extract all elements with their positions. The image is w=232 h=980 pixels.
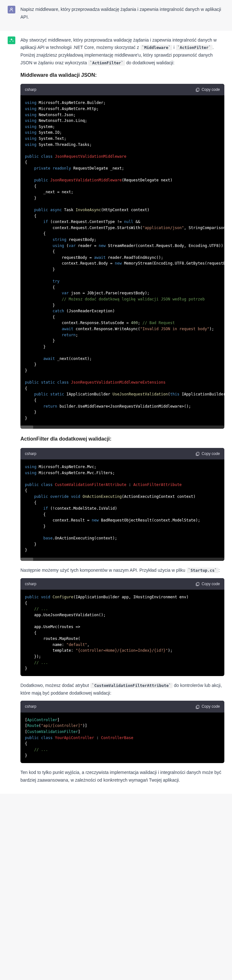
code-content[interactable]: using Microsoft.AspNetCore.Builder; usin… — [21, 95, 224, 426]
svg-rect-4 — [197, 705, 199, 708]
copy-code-button[interactable]: Copy code — [195, 86, 220, 93]
assistant-content: Aby stworzyć middleware, który przeprowa… — [21, 37, 224, 788]
heading-middleware: Middleware dla walidacji JSON: — [21, 71, 224, 80]
clipboard-icon — [195, 582, 200, 586]
assistant-avatar — [8, 37, 15, 44]
sparkle-icon — [9, 38, 14, 43]
user-message: Napisz middleware, który przeprowadza wa… — [0, 0, 232, 31]
svg-point-0 — [11, 8, 12, 10]
clipboard-icon — [195, 452, 200, 456]
inline-code: `Startup.cs` — [187, 568, 219, 573]
code-header: csharp Copy code — [21, 448, 224, 460]
code-block-startup: csharp Copy code public void Configure(I… — [21, 578, 224, 676]
outro-paragraph: Ten kod to tylko punkt wyjścia, a rzeczy… — [21, 769, 224, 784]
paragraph-controller: Dodatkowo, możesz dodać atrybut `CustomV… — [21, 682, 224, 697]
scrollbar-thumb[interactable] — [21, 426, 33, 429]
copy-code-button[interactable]: Copy code — [195, 450, 220, 457]
code-block-actionfilter: csharp Copy code using Microsoft.AspNetC… — [21, 448, 224, 561]
code-content[interactable]: public void Configure(IApplicationBuilde… — [21, 590, 224, 676]
code-block-middleware: csharp Copy code using Microsoft.AspNetC… — [21, 84, 224, 429]
code-lang-label: csharp — [25, 86, 36, 93]
svg-rect-2 — [197, 452, 199, 455]
paragraph-startup: Następnie możemy użyć tych komponentów w… — [21, 566, 224, 574]
code-header: csharp Copy code — [21, 84, 224, 95]
code-header: csharp Copy code — [21, 578, 224, 590]
inline-code: `CustomValidationFilterAttribute` — [90, 683, 173, 688]
code-header: csharp Copy code — [21, 701, 224, 712]
intro-paragraph: Aby stworzyć middleware, który przeprowa… — [21, 37, 224, 67]
horizontal-scrollbar[interactable] — [21, 426, 224, 429]
scrollbar-thumb[interactable] — [21, 558, 33, 561]
code-content[interactable]: using Microsoft.AspNetCore.Mvc; using Mi… — [21, 460, 224, 558]
code-content[interactable]: [ApiController] [Route("api/[controller]… — [21, 713, 224, 763]
user-prompt-text: Napisz middleware, który przeprowadza wa… — [21, 6, 224, 21]
inline-code: `Middleware` — [140, 45, 172, 50]
copy-code-button[interactable]: Copy code — [195, 703, 220, 710]
inline-code: `ActionFilter` — [176, 45, 213, 50]
heading-actionfilter: ActionFilter dla dodatkowej walidacji: — [21, 434, 224, 443]
code-lang-label: csharp — [25, 581, 36, 587]
copy-code-button[interactable]: Copy code — [195, 581, 220, 587]
clipboard-icon — [195, 705, 200, 709]
code-lang-label: csharp — [25, 450, 36, 457]
clipboard-icon — [195, 88, 200, 92]
user-content: Napisz middleware, który przeprowadza wa… — [21, 6, 224, 25]
inline-code: `ActionFilter` — [88, 60, 125, 65]
user-avatar — [8, 6, 15, 13]
svg-rect-1 — [197, 88, 199, 91]
svg-rect-3 — [197, 582, 199, 585]
code-block-controller: csharp Copy code [ApiController] [Route(… — [21, 701, 224, 763]
code-lang-label: csharp — [25, 703, 36, 710]
assistant-message: Aby stworzyć middleware, który przeprowa… — [0, 31, 232, 794]
person-icon — [9, 7, 14, 12]
horizontal-scrollbar[interactable] — [21, 558, 224, 561]
